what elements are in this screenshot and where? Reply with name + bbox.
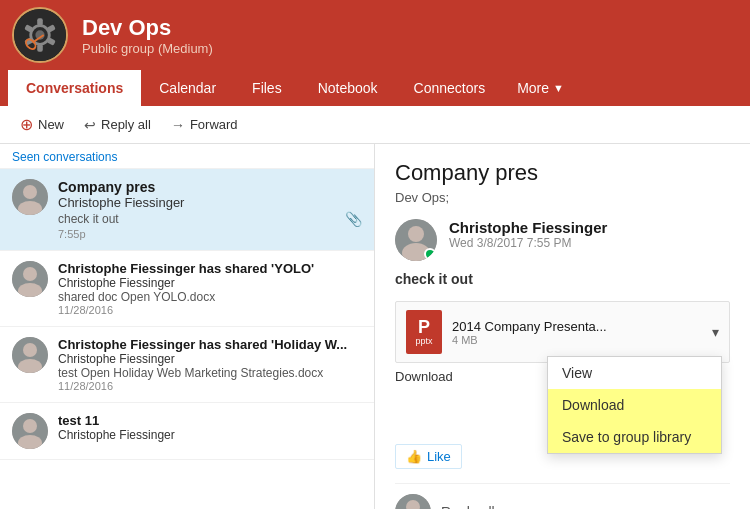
header-info: Dev Ops Public group (Medium) (82, 15, 213, 56)
sender-info: Christophe Fiessinger Wed 3/8/2017 7:55 … (449, 219, 607, 250)
avatar (12, 337, 48, 373)
dropdown-item-view[interactable]: View (548, 357, 721, 389)
dropdown-item-save-to-library[interactable]: Save to group library (548, 421, 721, 453)
attachment-details: 2014 Company Presenta... 4 MB (452, 319, 702, 346)
attachment-size: 4 MB (452, 334, 702, 346)
conv-title: Christophe Fiessinger has shared 'YOLO' (58, 261, 362, 276)
attachment-name: 2014 Company Presenta... (452, 319, 702, 334)
svg-rect-6 (37, 44, 43, 51)
nav-item-files[interactable]: Files (234, 70, 300, 106)
nav-item-more[interactable]: More ▼ (503, 70, 578, 106)
dropdown-menu: View Download Save to group library (547, 356, 722, 454)
reply-avatar (395, 494, 431, 509)
conv-time: 11/28/2016 (58, 304, 362, 316)
conv-sender: Christophe Fiessinger (58, 352, 362, 366)
forward-icon: → (171, 117, 185, 133)
nav-item-connectors[interactable]: Connectors (396, 70, 504, 106)
reply-all-label: Reply all (441, 504, 495, 509)
conv-time: 7:55p (58, 228, 362, 240)
conversation-item[interactable]: Christophe Fiessinger has shared 'Holida… (0, 327, 374, 403)
sender-avatar (395, 219, 437, 261)
conv-preview: check it out (58, 212, 119, 226)
conv-sender: Christophe Fiessinger (58, 428, 362, 442)
conv-body: Christophe Fiessinger has shared 'Holida… (58, 337, 362, 392)
conv-sender: Christophe Fiessinger (58, 195, 362, 210)
conv-sender: Christophe Fiessinger (58, 276, 362, 290)
nav: Conversations Calendar Files Notebook Co… (0, 70, 750, 106)
email-title: Company pres (395, 160, 730, 186)
reply-all-button[interactable]: ↩ Reply all (74, 113, 161, 137)
conv-preview: test Open Holiday Web Marketing Strategi… (58, 366, 362, 380)
group-avatar (12, 7, 68, 63)
right-panel: Company pres Dev Ops; Christophe Fiessin… (375, 144, 750, 509)
conversation-item[interactable]: test 11 Christophe Fiessinger (0, 403, 374, 460)
svg-point-18 (23, 343, 37, 357)
chevron-down-icon: ▼ (553, 82, 564, 94)
conv-title: Company pres (58, 179, 362, 195)
nav-item-notebook[interactable]: Notebook (300, 70, 396, 106)
svg-rect-3 (37, 18, 43, 25)
new-button[interactable]: ⊕ New (10, 111, 74, 138)
attachment-icon: 📎 (345, 211, 362, 227)
svg-point-21 (23, 419, 37, 433)
forward-button[interactable]: → Forward (161, 113, 248, 137)
avatar (12, 179, 48, 215)
conversation-item[interactable]: Company pres Christophe Fiessinger check… (0, 169, 374, 251)
dropdown-item-download[interactable]: Download (548, 389, 721, 421)
online-status-dot (424, 248, 436, 260)
conv-body: Christophe Fiessinger has shared 'YOLO' … (58, 261, 362, 316)
sender-name: Christophe Fiessinger (449, 219, 607, 236)
reply-all-row: Reply all (395, 483, 730, 509)
conv-title: Christophe Fiessinger has shared 'Holida… (58, 337, 362, 352)
conv-preview: shared doc Open YOLO.docx (58, 290, 362, 304)
svg-point-12 (23, 185, 37, 199)
svg-point-24 (408, 226, 424, 242)
toolbar: ⊕ New ↩ Reply all → Forward (0, 106, 750, 144)
conv-time: 11/28/2016 (58, 380, 362, 392)
thumbs-up-icon: 👍 (406, 449, 422, 464)
avatar (12, 261, 48, 297)
nav-item-conversations[interactable]: Conversations (8, 70, 141, 106)
sender-date: Wed 3/8/2017 7:55 PM (449, 236, 607, 250)
plus-icon: ⊕ (20, 115, 33, 134)
main-content: Seen conversations Company pres Christop… (0, 144, 750, 509)
chevron-down-icon[interactable]: ▾ (712, 324, 719, 340)
header: Dev Ops Public group (Medium) (0, 0, 750, 70)
group-type: Public group (Medium) (82, 41, 213, 56)
nav-item-calendar[interactable]: Calendar (141, 70, 234, 106)
svg-point-15 (23, 267, 37, 281)
conv-body: Company pres Christophe Fiessinger check… (58, 179, 362, 240)
conv-meta: check it out 📎 (58, 211, 362, 227)
seen-conversations-label: Seen conversations (0, 144, 374, 169)
ppt-file-icon: P pptx (406, 310, 442, 354)
like-button[interactable]: 👍 Like (395, 444, 462, 469)
conversation-item[interactable]: Christophe Fiessinger has shared 'YOLO' … (0, 251, 374, 327)
email-header: Christophe Fiessinger Wed 3/8/2017 7:55 … (395, 219, 730, 261)
attachment-row: P pptx 2014 Company Presenta... 4 MB ▾ (395, 301, 730, 363)
group-name: Dev Ops (82, 15, 213, 41)
conv-title: test 11 (58, 413, 362, 428)
reply-all-icon: ↩ (84, 117, 96, 133)
email-to: Dev Ops; (395, 190, 730, 205)
conv-body: test 11 Christophe Fiessinger (58, 413, 362, 442)
avatar (12, 413, 48, 449)
left-panel: Seen conversations Company pres Christop… (0, 144, 375, 509)
email-body: check it out (395, 271, 730, 287)
